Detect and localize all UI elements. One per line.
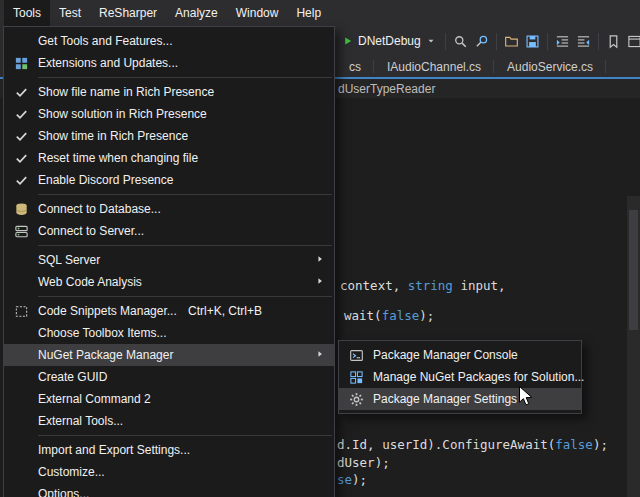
menu-item-label: Show solution in Rich Presence: [38, 107, 207, 121]
menu-item-code-snippets-manager[interactable]: Code Snippets Manager...Ctrl+K, Ctrl+B: [4, 300, 334, 322]
menu-item-sql-server[interactable]: SQL Server: [4, 249, 334, 271]
menu-item-label: Customize...: [38, 465, 105, 479]
code-line: context, string input,: [340, 278, 506, 293]
code-line: wait(false);: [344, 308, 434, 323]
console-icon: [339, 348, 373, 363]
check-icon: [4, 129, 38, 144]
menu-item-create-guid[interactable]: Create GUID: [4, 366, 334, 388]
menu-item-label: Import and Export Settings...: [38, 443, 190, 457]
menu-separator: [38, 77, 332, 78]
extensions-icon: [4, 56, 38, 71]
menu-item-show-solution-in-rich-presence[interactable]: Show solution in Rich Presence: [4, 103, 334, 125]
menu-item-label: Get Tools and Features...: [38, 34, 173, 48]
menu-item-label: Show time in Rich Presence: [38, 129, 188, 143]
menu-item-shortcut: Ctrl+K, Ctrl+B: [188, 304, 326, 318]
menu-item-label: Manage NuGet Packages for Solution...: [373, 370, 584, 384]
menu-item-label: Connect to Database...: [38, 202, 161, 216]
code-token: false: [555, 437, 593, 452]
menu-item-label: Package Manager Console: [373, 348, 518, 362]
menu-separator: [38, 245, 332, 246]
packages-icon: [339, 370, 373, 385]
menu-item-label: Choose Toolbox Items...: [38, 326, 167, 340]
code-token: input,: [453, 278, 506, 293]
menu-item-label: NuGet Package Manager: [38, 348, 173, 362]
menu-item-label: External Tools...: [38, 414, 123, 428]
code-token: wait(: [344, 308, 382, 323]
menu-item-manage-nuget-packages-for-solution[interactable]: Manage NuGet Packages for Solution...: [339, 366, 581, 388]
code-token: );: [352, 472, 367, 487]
code-token: );: [593, 437, 608, 452]
menu-separator: [38, 296, 332, 297]
menu-item-options[interactable]: Options...: [4, 483, 334, 497]
submenu-arrow-icon: [315, 254, 326, 265]
database-icon: [4, 202, 38, 217]
menu-item-label: Connect to Server...: [38, 224, 144, 238]
code-token: d.Id, userId).ConfigureAwait(: [337, 437, 555, 452]
menu-item-show-time-in-rich-presence[interactable]: Show time in Rich Presence: [4, 125, 334, 147]
submenu-arrow-icon: [315, 276, 326, 287]
nuget-submenu: Package Manager ConsoleManage NuGet Pack…: [338, 340, 582, 414]
check-icon: [4, 85, 38, 100]
menu-item-connect-to-server[interactable]: Connect to Server...: [4, 220, 334, 242]
menu-item-package-manager-settings[interactable]: Package Manager Settings: [339, 388, 581, 410]
menu-item-label: Code Snippets Manager...: [38, 304, 177, 318]
menu-item-label: SQL Server: [38, 253, 100, 267]
menu-item-customize[interactable]: Customize...: [4, 461, 334, 483]
menu-item-show-file-name-in-rich-presence[interactable]: Show file name in Rich Presence: [4, 81, 334, 103]
code-line: d.Id, userId).ConfigureAwait(false);: [337, 437, 608, 452]
menu-item-label: Enable Discord Presence: [38, 173, 173, 187]
code-token: string: [408, 278, 453, 293]
menu-separator: [38, 194, 332, 195]
menu-item-choose-toolbox-items[interactable]: Choose Toolbox Items...: [4, 322, 334, 344]
menu-item-label: External Command 2: [38, 392, 151, 406]
check-icon: [4, 107, 38, 122]
snippets-icon: [4, 304, 38, 319]
menu-item-label: Show file name in Rich Presence: [38, 85, 214, 99]
menu-item-external-command-2[interactable]: External Command 2: [4, 388, 334, 410]
menu-item-label: Package Manager Settings: [373, 392, 517, 406]
server-icon: [4, 224, 38, 239]
menu-item-get-tools-and-features[interactable]: Get Tools and Features...: [4, 30, 334, 52]
menu-separator: [38, 435, 332, 436]
code-line: dUser);: [337, 455, 390, 470]
code-token: );: [419, 308, 434, 323]
menu-item-connect-to-database[interactable]: Connect to Database...: [4, 198, 334, 220]
code-token: context,: [340, 278, 408, 293]
menu-item-label: Web Code Analysis: [38, 275, 142, 289]
code-token: dUser);: [337, 455, 390, 470]
menu-item-label: Options...: [38, 487, 89, 497]
check-icon: [4, 173, 38, 188]
menu-item-label: Extensions and Updates...: [38, 56, 178, 70]
check-icon: [4, 151, 38, 166]
menu-item-reset-time-when-changing-file[interactable]: Reset time when changing file: [4, 147, 334, 169]
code-line: se);: [337, 472, 367, 487]
menu-item-external-tools[interactable]: External Tools...: [4, 410, 334, 432]
menu-item-web-code-analysis[interactable]: Web Code Analysis: [4, 271, 334, 293]
menu-item-import-and-export-settings[interactable]: Import and Export Settings...: [4, 439, 334, 461]
vs-window: ToolsTestReSharperAnalyzeWindowHelp DNet…: [0, 0, 640, 497]
submenu-arrow-icon: [315, 349, 326, 360]
code-token: se: [337, 472, 352, 487]
menu-item-enable-discord-presence[interactable]: Enable Discord Presence: [4, 169, 334, 191]
menu-item-label: Reset time when changing file: [38, 151, 198, 165]
tools-menu: Get Tools and Features...Extensions and …: [3, 26, 335, 497]
menu-item-package-manager-console[interactable]: Package Manager Console: [339, 344, 581, 366]
menu-item-label: Create GUID: [38, 370, 107, 384]
gear-icon: [339, 392, 373, 407]
code-token: false: [382, 308, 420, 323]
menu-item-extensions-and-updates[interactable]: Extensions and Updates...: [4, 52, 334, 74]
menu-item-nuget-package-manager[interactable]: NuGet Package Manager: [4, 344, 334, 366]
